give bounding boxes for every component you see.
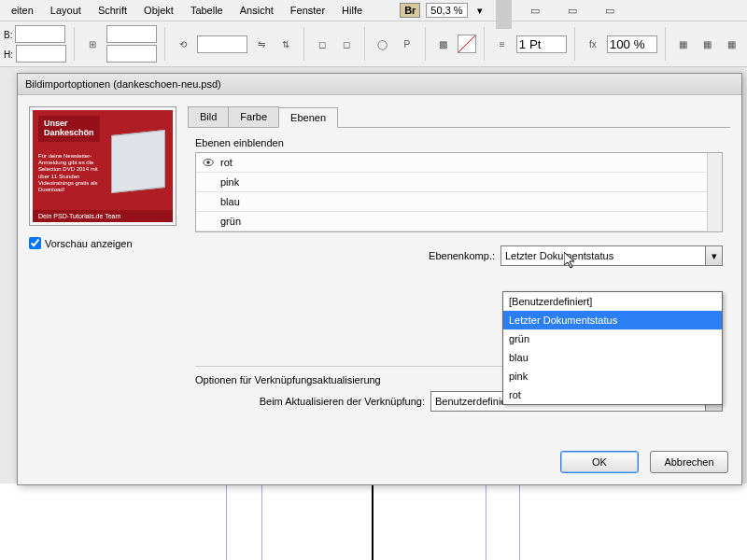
dropdown-arrow-icon[interactable]: ▾ <box>470 3 490 19</box>
bridge-button[interactable]: Br <box>400 3 420 18</box>
screen-mode-icon[interactable]: ▭ <box>517 0 553 22</box>
menu-item[interactable]: Schrift <box>91 3 134 18</box>
rotate-icon[interactable]: ⟲ <box>173 34 193 54</box>
pathfinder-icon[interactable]: ◯ <box>373 34 393 54</box>
width-field[interactable] <box>15 25 65 43</box>
menu-item[interactable]: eiten <box>4 3 41 18</box>
fill-swatch-icon[interactable]: ▩ <box>433 34 454 54</box>
menu-item[interactable]: Tabelle <box>183 3 231 18</box>
select-container-icon[interactable]: ◻ <box>336 34 357 54</box>
stroke-swatch[interactable] <box>458 35 476 53</box>
zoom-field[interactable]: 50,3 % <box>426 3 467 18</box>
arrange-icon[interactable]: ▭ <box>555 0 590 22</box>
view-options-icon[interactable]: ▭ <box>592 0 627 22</box>
menu-item[interactable]: Hilfe <box>334 3 370 18</box>
height-field[interactable] <box>16 45 66 63</box>
scale-x-field[interactable] <box>106 25 157 43</box>
stroke-weight-icon: ≡ <box>492 34 513 54</box>
menu-bar: eiten Layout Schrift Objekt Tabelle Ansi… <box>0 0 747 21</box>
width-label: B: <box>4 30 12 40</box>
menu-item[interactable]: Objekt <box>136 3 181 18</box>
control-toolbar: B: H: ⊞ ⟲ ⇋ ⇅ ◻ ◻ ◯ P ▩ ≡ fx ▦ ▦ ▦ <box>0 21 747 67</box>
text-wrap-icon[interactable]: ▦ <box>673 34 694 54</box>
rotate-field[interactable] <box>197 35 247 53</box>
menu-item[interactable]: Ansicht <box>233 3 281 18</box>
effects-icon[interactable]: fx <box>583 34 603 54</box>
select-content-icon[interactable]: ◻ <box>312 34 332 54</box>
menu-item[interactable]: Layout <box>43 3 89 18</box>
text-wrap-icon[interactable]: ▦ <box>722 34 742 54</box>
opacity-field[interactable] <box>607 35 657 53</box>
flip-v-icon[interactable]: ⇅ <box>275 34 296 54</box>
flip-h-icon[interactable]: ⇋ <box>251 34 272 54</box>
menu-item[interactable]: Fenster <box>283 3 332 18</box>
stroke-weight-field[interactable] <box>516 35 567 53</box>
height-label: H: <box>4 49 13 60</box>
text-wrap-icon[interactable]: ▦ <box>698 34 718 54</box>
scale-y-field[interactable] <box>106 45 157 63</box>
convert-shape-icon[interactable]: P <box>397 34 417 54</box>
scale-icon[interactable]: ⊞ <box>82 34 103 54</box>
